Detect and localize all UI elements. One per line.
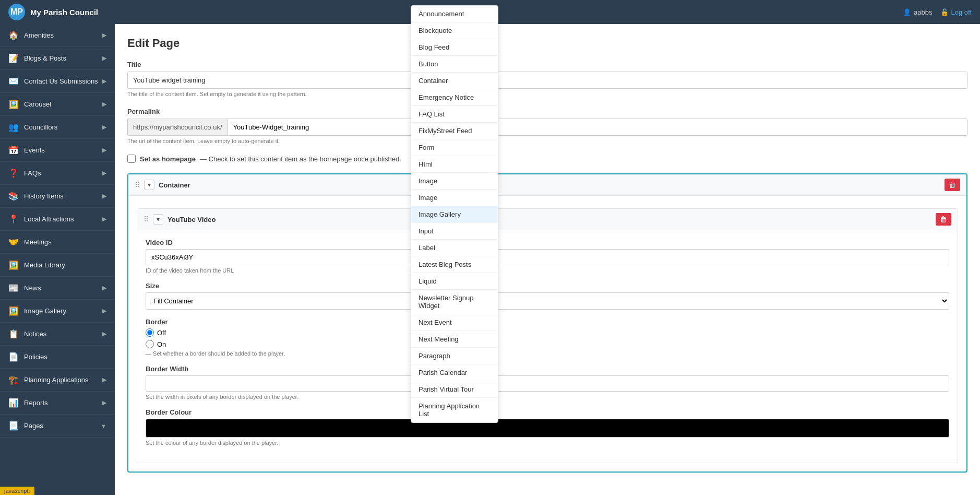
dropdown-item[interactable]: Form <box>411 139 498 156</box>
container-widget: ⠿ ▾ Container 🗑 ⠿ ▾ YouTube Video 🗑 <box>127 173 967 473</box>
sidebar-item-carousel[interactable]: 🖼️ Carousel ▶ <box>0 93 115 116</box>
chevron-icon: ▶ <box>102 308 106 314</box>
border-width-input[interactable] <box>146 375 949 392</box>
border-off-option[interactable]: Off <box>146 328 949 337</box>
chevron-icon: ▶ <box>102 124 106 131</box>
sidebar-item-events[interactable]: 📅 Events ▶ <box>0 139 115 162</box>
sidebar-item-left: 📃 Pages <box>8 421 43 431</box>
chevron-icon: ▼ <box>101 423 106 429</box>
dropdown-item[interactable]: Announcement <box>411 6 498 22</box>
sidebar-item-planning-applications[interactable]: 🏗️ Planning Applications ▶ <box>0 369 115 392</box>
permalink-hint: The url of the content item. Leave empty… <box>127 138 967 144</box>
dropdown-item[interactable]: Next Meeting <box>411 331 498 348</box>
sidebar-item-history-items[interactable]: 📚 History Items ▶ <box>0 185 115 208</box>
video-id-input[interactable] <box>146 249 949 265</box>
sidebar-item-left: 📊 Reports <box>8 398 48 408</box>
sidebar-item-label: Media Library <box>24 261 65 269</box>
dropdown-item[interactable]: Image <box>411 173 498 190</box>
drag-handle-icon[interactable]: ⠿ <box>135 181 140 189</box>
border-colour-preview[interactable] <box>146 419 949 438</box>
border-colour-field: Border Colour Set the colour of any bord… <box>146 408 949 446</box>
border-width-label: Border Width <box>146 365 949 373</box>
sidebar-item-image-gallery[interactable]: 🖼️ Image Gallery ▶ <box>0 300 115 323</box>
border-off-radio[interactable] <box>146 328 154 337</box>
title-input[interactable] <box>127 72 967 89</box>
dropdown-item[interactable]: Paragraph <box>411 348 498 364</box>
dropdown-item[interactable]: Label <box>411 240 498 256</box>
dropdown-item[interactable]: Emergency Notice <box>411 89 498 106</box>
sidebar-item-local-attractions[interactable]: 📍 Local Attractions ▶ <box>0 208 115 231</box>
logout-button[interactable]: 🔓 Log off <box>940 8 972 16</box>
dropdown-item[interactable]: Html <box>411 156 498 173</box>
youtube-widget-dropdown-btn[interactable]: ▾ <box>153 214 163 225</box>
sidebar-item-left: 📋 Notices <box>8 329 46 339</box>
container-widget-label: Container <box>159 181 190 189</box>
border-off-label: Off <box>157 329 166 337</box>
youtube-drag-handle-icon[interactable]: ⠿ <box>144 215 149 223</box>
dropdown-item[interactable]: Blog Feed <box>411 39 498 56</box>
homepage-checkbox-hint: — Check to set this content item as the … <box>200 155 401 163</box>
sidebar-item-faqs[interactable]: ❓ FAQs ▶ <box>0 162 115 185</box>
dropdown-item[interactable]: Image <box>411 190 498 206</box>
dropdown-item[interactable]: Newsletter Signup Widget <box>411 290 498 314</box>
border-on-radio[interactable] <box>146 340 154 348</box>
dropdown-item[interactable]: Planning Application List <box>411 398 498 422</box>
dropdown-item[interactable]: FixMyStreet Feed <box>411 123 498 139</box>
border-field: Border Off On <box>146 318 949 357</box>
sidebar-item-notices[interactable]: 📋 Notices ▶ <box>0 323 115 346</box>
chevron-icon: ▶ <box>102 101 106 108</box>
homepage-section: Set as homepage — Check to set this cont… <box>127 155 967 163</box>
sidebar-item-meetings[interactable]: 🤝 Meetings <box>0 231 115 254</box>
border-on-label: On <box>157 340 166 348</box>
dropdown-item[interactable]: Blockquote <box>411 22 498 39</box>
widget-type-dropdown[interactable]: AnnouncementBlockquoteBlog FeedButtonCon… <box>411 5 498 423</box>
dropdown-item[interactable]: Input <box>411 223 498 240</box>
sidebar-icon: 📅 <box>8 145 19 155</box>
youtube-widget-header: ⠿ ▾ YouTube Video 🗑 <box>137 209 958 230</box>
dropdown-item[interactable]: Container <box>411 73 498 89</box>
dropdown-item[interactable]: Latest Blog Posts <box>411 256 498 273</box>
youtube-widget-label: YouTube Video <box>168 216 216 223</box>
user-icon: 👤 <box>903 8 911 16</box>
homepage-checkbox[interactable] <box>127 155 136 163</box>
border-on-option[interactable]: On <box>146 340 949 348</box>
chevron-icon: ▶ <box>102 193 106 199</box>
sidebar-icon: 🖼️ <box>8 260 19 270</box>
permalink-slug-input[interactable] <box>228 119 967 136</box>
dropdown-item[interactable]: Next Event <box>411 314 498 331</box>
chevron-icon: ▶ <box>102 55 106 62</box>
sidebar-item-left: 🏗️ Planning Applications <box>8 375 89 385</box>
dropdown-item[interactable]: Parish Calendar <box>411 364 498 381</box>
sidebar-item-label: Image Gallery <box>24 307 66 315</box>
youtube-widget-delete-btn[interactable]: 🗑 <box>936 213 951 226</box>
dropdown-item[interactable]: Button <box>411 56 498 73</box>
sidebar-item-left: 📰 News <box>8 283 41 293</box>
sidebar-item-left: ❓ FAQs <box>8 168 41 178</box>
chevron-icon: ▶ <box>102 285 106 291</box>
sidebar-item-media-library[interactable]: 🖼️ Media Library <box>0 254 115 277</box>
container-widget-dropdown-btn[interactable]: ▾ <box>144 180 154 190</box>
title-section: Title The title of the content item. Set… <box>127 61 967 97</box>
sidebar-item-policies[interactable]: 📄 Policies <box>0 346 115 369</box>
container-widget-delete-btn[interactable]: 🗑 <box>945 179 960 191</box>
sidebar-item-reports[interactable]: 📊 Reports ▶ <box>0 392 115 415</box>
sidebar-item-amenities[interactable]: 🏠 Amenities ▶ <box>0 24 115 47</box>
sidebar-item-contact-us[interactable]: ✉️ Contact Us Submissions ▶ <box>0 70 115 93</box>
sidebar-item-councillors[interactable]: 👥 Councillors ▶ <box>0 116 115 139</box>
sidebar-icon: 📃 <box>8 421 19 431</box>
dropdown-item[interactable]: Parish Virtual Tour <box>411 381 498 398</box>
sidebar-item-pages[interactable]: 📃 Pages ▼ <box>0 415 115 438</box>
dropdown-item[interactable]: Image Gallery <box>411 206 498 223</box>
size-select[interactable]: Fill Container <box>146 292 949 310</box>
chevron-icon: ▶ <box>102 331 106 337</box>
top-nav-right: 👤 aabbs 🔓 Log off <box>903 8 972 16</box>
sidebar-item-blogs-posts[interactable]: 📝 Blogs & Posts ▶ <box>0 47 115 70</box>
dropdown-item[interactable]: FAQ List <box>411 106 498 123</box>
chevron-icon: ▶ <box>102 32 106 39</box>
dropdown-item[interactable]: Liquid <box>411 273 498 290</box>
sidebar-item-news[interactable]: 📰 News ▶ <box>0 277 115 300</box>
dropdown-item[interactable]: Planning Applications <box>411 422 498 423</box>
sidebar-item-label: Meetings <box>24 238 52 246</box>
sidebar-item-label: Events <box>24 146 45 154</box>
sidebar-item-label: Local Attractions <box>24 215 74 223</box>
